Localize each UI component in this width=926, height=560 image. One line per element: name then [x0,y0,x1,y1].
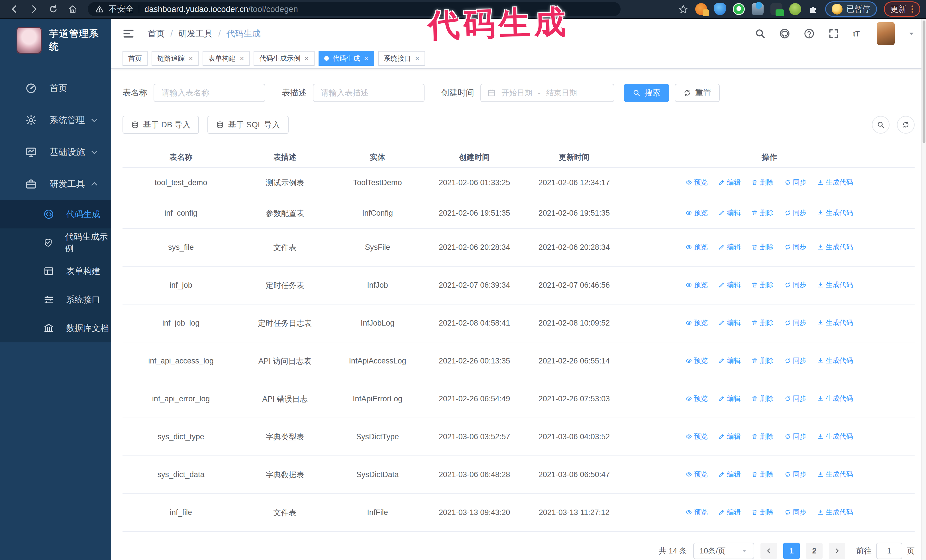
tab-代码生成[interactable]: 代码生成× [319,51,374,66]
edit-link[interactable]: 编辑 [718,507,740,517]
table-row[interactable]: inf_job 定时任务表 InfJob 2021-02-07 06:39:34… [123,266,915,304]
bookmark-star-icon[interactable] [678,4,688,14]
sync-link[interactable]: 同步 [784,470,806,479]
generate-code-link[interactable]: 生成代码 [817,394,853,403]
github-icon[interactable] [779,28,790,39]
extension-icon-blue-gem[interactable] [714,3,726,15]
preview-link[interactable]: 预览 [685,242,708,252]
table-row[interactable]: inf_api_access_log API 访问日志表 InfApiAcces… [123,342,915,380]
sidebar-item-system-api[interactable]: 系统接口 [0,285,111,314]
help-icon[interactable] [803,28,815,39]
sync-link[interactable]: 同步 [784,432,806,441]
table-row[interactable]: tool_test_demo 测试示例表 ToolTestDemo 2021-0… [123,168,915,198]
generate-code-link[interactable]: 生成代码 [817,178,853,187]
update-button[interactable]: 更新 [884,2,920,17]
table-row[interactable]: inf_config 参数配置表 InfConfig 2021-02-06 19… [123,198,915,228]
tab-首页[interactable]: 首页 [123,51,148,66]
breadcrumb-item-dev-tools[interactable]: 研发工具 [179,28,213,39]
edit-link[interactable]: 编辑 [718,280,740,290]
edit-link[interactable]: 编辑 [718,178,740,187]
window-scrollbar[interactable] [921,19,926,560]
edit-link[interactable]: 编辑 [718,242,740,252]
sync-link[interactable]: 同步 [784,394,806,403]
preview-link[interactable]: 预览 [685,507,708,517]
delete-link[interactable]: 删除 [751,507,773,517]
scrollbar-thumb[interactable] [923,21,925,143]
table-row[interactable]: inf_api_error_log API 错误日志 InfApiErrorLo… [123,380,915,418]
generate-code-link[interactable]: 生成代码 [817,242,853,252]
tab-代码生成示例[interactable]: 代码生成示例× [254,51,314,66]
preview-link[interactable]: 预览 [685,470,708,479]
sync-link[interactable]: 同步 [784,208,806,217]
forward-icon[interactable] [29,4,39,14]
delete-link[interactable]: 删除 [751,318,773,327]
sidebar-item-dev-tools[interactable]: 研发工具 [0,168,111,200]
fullscreen-icon[interactable] [828,28,840,39]
sql-import-button[interactable]: 基于 SQL 导入 [207,116,289,134]
breadcrumb-item-home[interactable]: 首页 [148,28,165,39]
tab-close-icon[interactable]: × [364,54,368,63]
edit-link[interactable]: 编辑 [718,356,740,365]
caret-down-icon[interactable] [908,30,915,37]
paused-badge[interactable]: 已暂停 [825,2,877,17]
preview-link[interactable]: 预览 [685,318,708,327]
db-import-button[interactable]: 基于 DB 导入 [123,116,199,134]
sidebar-item-home[interactable]: 首页 [0,72,111,104]
table-row[interactable]: sys_file 文件表 SysFile 2021-02-06 20:28:34… [123,228,915,266]
delete-link[interactable]: 删除 [751,178,773,187]
reload-icon[interactable] [48,4,58,14]
toggle-search-button[interactable] [872,116,890,134]
search-button[interactable]: 搜索 [624,84,669,102]
table-name-input[interactable] [154,84,265,102]
goto-page-input[interactable] [876,543,902,559]
delete-link[interactable]: 删除 [751,242,773,252]
tab-表单构建[interactable]: 表单构建× [203,51,250,66]
edit-link[interactable]: 编辑 [718,470,740,479]
generate-code-link[interactable]: 生成代码 [817,470,853,479]
preview-link[interactable]: 预览 [685,178,708,187]
sync-link[interactable]: 同步 [784,280,806,290]
date-range-picker[interactable]: 开始日期 - 结束日期 [480,84,614,102]
edit-link[interactable]: 编辑 [718,432,740,441]
generate-code-link[interactable]: 生成代码 [817,318,853,327]
sidebar-item-codegen[interactable]: 代码生成 [0,200,111,228]
delete-link[interactable]: 删除 [751,208,773,217]
extension-icon-grid[interactable] [752,3,764,15]
reset-button[interactable]: 重置 [675,84,720,102]
delete-link[interactable]: 删除 [751,470,773,479]
search-icon[interactable] [755,28,766,39]
sidebar-item-db-docs[interactable]: 数据库文档 [0,314,111,343]
generate-code-link[interactable]: 生成代码 [817,507,853,517]
font-size-icon[interactable] [852,28,864,39]
page-size-select[interactable]: 10条/页 [693,543,754,559]
edit-link[interactable]: 编辑 [718,318,740,327]
tab-链路追踪[interactable]: 链路追踪× [151,51,198,66]
preview-link[interactable]: 预览 [685,356,708,365]
sync-link[interactable]: 同步 [784,318,806,327]
home-icon[interactable] [68,4,77,14]
table-row[interactable]: inf_file 文件表 InfFile 2021-03-13 09:43:20… [123,494,915,531]
page-button-1[interactable]: 1 [783,543,800,559]
preview-link[interactable]: 预览 [685,208,708,217]
back-icon[interactable] [10,4,20,14]
table-desc-input[interactable] [313,84,425,102]
table-row[interactable]: sys_dict_data 字典数据表 SysDictData 2021-03-… [123,456,915,494]
puzzle-extensions-icon[interactable] [808,4,818,14]
sidebar-item-codegen-example[interactable]: 代码生成示例 [0,228,111,257]
tab-系统接口[interactable]: 系统接口× [378,51,425,66]
table-row[interactable]: inf_job_log 定时任务日志表 InfJobLog 2021-02-08… [123,304,915,342]
refresh-table-button[interactable] [897,116,915,134]
extension-icon-orange[interactable] [695,3,707,15]
extension-icon-dark-on[interactable] [770,3,782,15]
next-page-button[interactable] [829,543,845,559]
sidebar-item-form-builder[interactable]: 表单构建 [0,257,111,285]
prev-page-button[interactable] [761,543,777,559]
tab-close-icon[interactable]: × [240,54,244,63]
generate-code-link[interactable]: 生成代码 [817,432,853,441]
tab-close-icon[interactable]: × [415,54,419,63]
delete-link[interactable]: 删除 [751,432,773,441]
sync-link[interactable]: 同步 [784,242,806,252]
generate-code-link[interactable]: 生成代码 [817,356,853,365]
sync-link[interactable]: 同步 [784,356,806,365]
tab-close-icon[interactable]: × [304,54,309,63]
